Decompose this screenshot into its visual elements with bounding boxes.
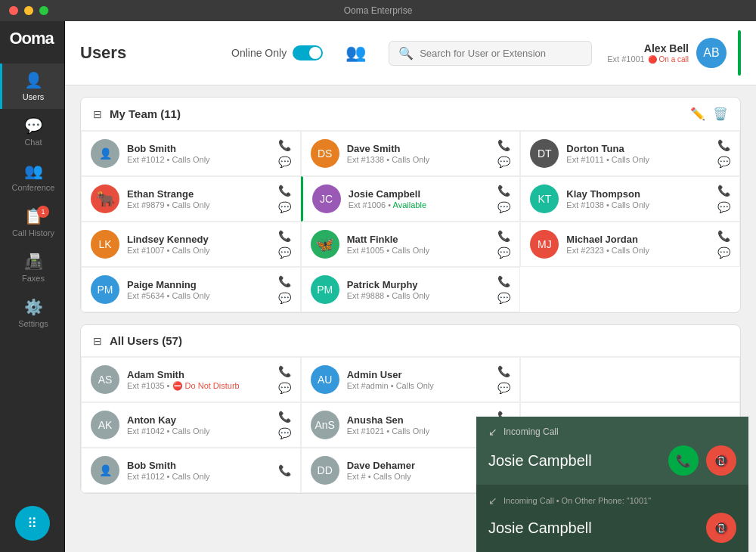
user-actions: 📞 💬 [497, 230, 510, 259]
sidebar-item-faxes[interactable]: 📠 Faxes [0, 245, 64, 290]
sidebar-item-settings[interactable]: ⚙️ Settings [0, 290, 64, 336]
chat-icon[interactable]: 💬 [497, 156, 510, 168]
user-ext: Ext # • Calls Only [347, 472, 492, 481]
close-button[interactable] [9, 6, 18, 15]
avatar: 👤 [91, 456, 119, 485]
sidebar-item-conference[interactable]: 👥 Conference [0, 154, 64, 200]
chat-icon[interactable]: 💬 [278, 382, 291, 394]
avatar: AU [311, 365, 339, 394]
accept-call-button[interactable]: 📞 [668, 445, 699, 476]
user-actions: 📞 [278, 464, 291, 476]
online-only-toggle[interactable]: Online Only [231, 45, 323, 60]
chat-icon[interactable]: 💬 [717, 201, 730, 213]
call-icon[interactable]: 📞 [497, 139, 510, 151]
sidebar-item-users[interactable]: 👤 Users [0, 64, 64, 109]
decline-call-button[interactable]: 📵 [706, 445, 736, 476]
user-card-michael-jordan: MJ Michael Jordan Ext #2323 • Calls Only… [520, 222, 740, 267]
user-actions: 📞 💬 [497, 139, 510, 168]
user-card-ethan-strange: 🐂 Ethan Strange Ext #9879 • Calls Only 📞… [81, 176, 301, 222]
window-controls[interactable] [9, 6, 48, 15]
sidebar-label-conference: Conference [12, 183, 55, 192]
user-ext: Ext #1012 • Calls Only [127, 472, 272, 481]
delete-icon[interactable]: 🗑️ [713, 107, 728, 121]
user-ext: Ext #1011 • Calls Only [566, 155, 711, 164]
chat-icon[interactable]: 💬 [278, 292, 291, 304]
user-name: Dave Dehamer [347, 460, 492, 471]
online-only-label: Online Only [231, 47, 287, 59]
search-bar[interactable]: 🔍 [389, 41, 592, 66]
call-action-buttons: 📞 📵 [668, 445, 736, 476]
user-ext: Ext #1021 • Calls Only [347, 426, 492, 436]
user-actions: 📞 💬 [497, 275, 510, 304]
decline-call-2-button[interactable]: 📵 [706, 513, 736, 543]
chat-icon[interactable]: 💬 [497, 247, 510, 259]
dialpad-button[interactable]: ⠿ [15, 506, 50, 541]
call-icon[interactable]: 📞 [717, 185, 730, 197]
chat-icon[interactable]: 💬 [497, 201, 510, 213]
call-icon[interactable]: 📞 [278, 230, 291, 242]
toggle-switch[interactable] [293, 45, 323, 60]
content-area: ⊟ My Team (11) ✏️ 🗑️ 👤 Bob [65, 85, 756, 552]
user-name: Bob Smith [127, 143, 272, 154]
user-card-dave-smith: DS Dave Smith Ext #1338 • Calls Only 📞 💬 [301, 131, 521, 176]
incoming-call-2-icon: ↙ [488, 495, 497, 507]
chat-icon[interactable]: 💬 [717, 156, 730, 168]
sidebar-item-chat[interactable]: 💬 Chat [0, 109, 64, 154]
call-icon[interactable]: 📞 [278, 365, 291, 377]
chat-icon[interactable]: 💬 [278, 247, 291, 259]
call-icon[interactable]: 📞 [278, 464, 291, 476]
current-user-avatar: AB [696, 38, 727, 68]
search-input[interactable] [420, 48, 582, 59]
all-users-toggle[interactable]: ⊟ [93, 335, 102, 347]
call-icon[interactable]: 📞 [497, 275, 510, 287]
user-actions: 📞 💬 [717, 230, 730, 259]
sidebar-label-call-history: Call History [12, 228, 54, 237]
user-actions: 📞 💬 [717, 139, 730, 168]
user-ext: Ext #5634 • Calls Only [127, 291, 272, 300]
chat-icon[interactable]: 💬 [717, 247, 730, 259]
chat-icon[interactable]: 💬 [278, 156, 291, 168]
my-team-section: ⊟ My Team (11) ✏️ 🗑️ 👤 Bob [80, 97, 741, 313]
user-info: Admin User Ext #admin • Calls Only [347, 369, 492, 390]
chat-icon[interactable]: 💬 [278, 427, 291, 439]
sidebar-item-call-history[interactable]: 📋 Call History 1 [0, 200, 64, 245]
call-icon[interactable]: 📞 [497, 230, 510, 242]
call-icon[interactable]: 📞 [278, 411, 291, 423]
current-user-info: Alex Bell Ext #1001 🔴 On a call AB [607, 30, 741, 76]
user-info: Bob Smith Ext #1012 • Calls Only [127, 143, 272, 164]
current-user-name: Alex Bell [607, 42, 689, 54]
call-icon[interactable]: 📞 [278, 185, 291, 197]
user-card-lindsey-kennedy: LK Lindsey Kennedy Ext #1007 • Calls Onl… [81, 222, 301, 267]
user-info: Anusha Sen Ext #1021 • Calls Only [347, 414, 492, 436]
faxes-icon: 📠 [24, 253, 43, 271]
user-actions: 📞 💬 [717, 185, 730, 213]
sidebar-label-faxes: Faxes [22, 274, 45, 283]
avatar: DD [311, 456, 339, 485]
my-team-toggle[interactable]: ⊟ [93, 108, 102, 120]
chat-icon[interactable]: 💬 [497, 382, 510, 394]
call-icon[interactable]: 📞 [278, 275, 291, 287]
avatar: 🦋 [311, 230, 339, 259]
user-info: Klay Thompson Ext #1038 • Calls Only [566, 188, 711, 209]
minimize-button[interactable] [24, 6, 33, 15]
incoming-call-2-label: Incoming Call • On Other Phone: "1001" [503, 496, 651, 505]
page-title: Users [80, 43, 141, 63]
chat-icon[interactable]: 💬 [278, 201, 291, 213]
sidebar: Ooma 👤 Users 💬 Chat 👥 Conference 📋 Call … [0, 21, 65, 552]
user-name: Matt Finkle [347, 234, 492, 245]
group-icon[interactable]: 👥 [345, 43, 366, 63]
maximize-button[interactable] [39, 6, 48, 15]
call-icon[interactable]: 📞 [278, 139, 291, 151]
user-card-paige-manning: PM Paige Manning Ext #5634 • Calls Only … [81, 267, 301, 312]
my-team-title: My Team (11) [110, 107, 181, 120]
call-icon[interactable]: 📞 [497, 185, 510, 197]
edit-icon[interactable]: ✏️ [690, 107, 705, 121]
call-icon[interactable]: 📞 [717, 139, 730, 151]
user-ext: Ext #1042 • Calls Only [127, 426, 272, 436]
sidebar-label-chat: Chat [24, 138, 42, 147]
call-icon[interactable]: 📞 [717, 230, 730, 242]
chat-icon[interactable]: 💬 [497, 292, 510, 304]
call-icon[interactable]: 📞 [497, 365, 510, 377]
sidebar-label-settings: Settings [18, 319, 48, 328]
user-actions: 📞 💬 [278, 275, 291, 304]
